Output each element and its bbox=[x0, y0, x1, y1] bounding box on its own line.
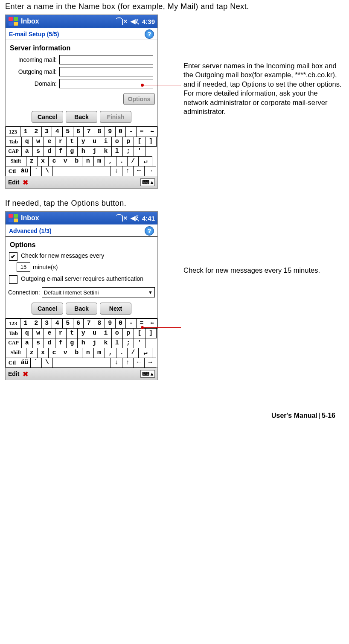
outgoing-auth-label: Outgoing e-mail server requires authenti… bbox=[21, 275, 143, 282]
outgoing-auth-checkbox[interactable] bbox=[9, 275, 17, 284]
kb-left-icon[interactable]: ← bbox=[133, 166, 145, 176]
titlebar-title: Inbox bbox=[21, 17, 116, 25]
callout-server-info: Enter server names in the Incoming mail … bbox=[183, 61, 344, 117]
check-interval-unit: minute(s) bbox=[33, 264, 58, 271]
titlebar: Inbox ⁀|× ◀ξ 4:39 bbox=[6, 15, 157, 28]
connectivity-icon[interactable]: ⁀|× bbox=[116, 17, 127, 25]
screenshot-email-setup: Inbox ⁀|× ◀ξ 4:39 E-mail Setup (5/5) ? S… bbox=[5, 15, 158, 189]
connection-select[interactable]: Default Internet Settini ▼ bbox=[42, 287, 155, 297]
cancel-button[interactable]: Cancel bbox=[32, 111, 63, 123]
kb-right-icon[interactable]: → bbox=[144, 358, 156, 368]
back-button[interactable]: Back bbox=[66, 111, 97, 123]
back-button[interactable]: Back bbox=[66, 303, 97, 315]
sip-toggle-icon[interactable]: ⌨ ▴ bbox=[140, 178, 155, 186]
kb-1[interactable]: 1 bbox=[20, 127, 31, 137]
screenshot-advanced-options: Inbox ⁀|× ◀ξ 4:41 Advanced (1/3) ? Optio… bbox=[5, 211, 158, 380]
next-button[interactable]: Next bbox=[100, 303, 131, 315]
edit-menu[interactable]: Edit bbox=[8, 370, 19, 377]
check-new-messages-checkbox[interactable]: ✔ bbox=[9, 252, 17, 261]
start-icon[interactable] bbox=[8, 17, 18, 26]
kb-tab[interactable]: Tab bbox=[6, 137, 22, 147]
kb-right-icon[interactable]: → bbox=[144, 166, 156, 176]
titlebar-title: Inbox bbox=[21, 214, 116, 222]
kb-cap[interactable]: CAP bbox=[6, 146, 22, 157]
on-screen-keyboard[interactable]: 123 1234567890-= ⬅ Tab qwertyuiop[] CAP … bbox=[6, 126, 157, 176]
kb-down-icon[interactable]: ↓ bbox=[111, 166, 122, 176]
volume-icon[interactable]: ◀ξ bbox=[131, 17, 139, 25]
finish-button[interactable]: Finish bbox=[100, 111, 131, 123]
help-icon[interactable]: ? bbox=[145, 29, 154, 39]
clock[interactable]: 4:39 bbox=[142, 18, 155, 25]
delete-icon[interactable]: ✖ bbox=[23, 370, 28, 378]
titlebar: Inbox ⁀|× ◀ξ 4:41 bbox=[6, 212, 157, 224]
help-icon[interactable]: ? bbox=[145, 226, 154, 236]
kb-up-icon[interactable]: ↑ bbox=[122, 166, 134, 176]
edit-menu[interactable]: Edit bbox=[8, 179, 19, 186]
section-title: Server information bbox=[6, 42, 157, 54]
connectivity-icon[interactable]: ⁀|× bbox=[116, 214, 127, 222]
check-new-messages-label: Check for new messages every bbox=[21, 252, 104, 259]
kb-ctl[interactable]: Ctl bbox=[6, 166, 19, 176]
screen-subheader: E-mail Setup (5/5) ? bbox=[6, 28, 157, 40]
cancel-button[interactable]: Cancel bbox=[32, 303, 63, 315]
instruction-2: If needed, tap the Options button. bbox=[5, 199, 344, 208]
bottom-toolbar: Edit ✖ ⌨ ▴ bbox=[6, 176, 157, 188]
label-outgoing: Outgoing mail: bbox=[10, 68, 57, 75]
label-domain: Domain: bbox=[10, 80, 57, 87]
kb-down-icon[interactable]: ↓ bbox=[111, 358, 122, 368]
instruction-1: Enter a name in the Name box (for exampl… bbox=[5, 2, 344, 11]
kb-enter-icon[interactable]: ↵ bbox=[138, 348, 152, 358]
kb-enter-icon[interactable]: ↵ bbox=[138, 156, 152, 166]
outgoing-mail-input[interactable] bbox=[59, 67, 153, 76]
kb-shift[interactable]: Shift bbox=[6, 156, 26, 166]
bottom-toolbar: Edit ✖ ⌨ ▴ bbox=[6, 367, 157, 380]
sip-toggle-icon[interactable]: ⌨ ▴ bbox=[140, 370, 155, 378]
kb-space[interactable] bbox=[52, 166, 111, 176]
connection-label: Connection: bbox=[8, 289, 40, 296]
check-interval-input[interactable]: 15 bbox=[17, 262, 30, 272]
kb-accent[interactable]: áü bbox=[19, 166, 31, 176]
options-button[interactable]: Options bbox=[123, 93, 155, 105]
kb-backspace-icon[interactable]: ⬅ bbox=[147, 127, 158, 137]
start-icon[interactable] bbox=[8, 213, 18, 223]
screen-subheader: Advanced (1/3) ? bbox=[6, 224, 157, 237]
callout-check-interval: Check for new messages every 15 minutes. bbox=[183, 266, 320, 275]
label-incoming: Incoming mail: bbox=[10, 56, 57, 63]
kb-123[interactable]: 123 bbox=[6, 127, 21, 137]
kb-left-icon[interactable]: ← bbox=[133, 358, 145, 368]
section-title: Options bbox=[6, 239, 157, 251]
on-screen-keyboard[interactable]: 123 1234567890-= ⬅ Tab qwertyuiop[] CAP … bbox=[6, 318, 157, 367]
clock[interactable]: 4:41 bbox=[142, 215, 155, 222]
chevron-down-icon: ▼ bbox=[148, 290, 153, 295]
volume-icon[interactable]: ◀ξ bbox=[131, 214, 139, 222]
kb-up-icon[interactable]: ↑ bbox=[122, 358, 134, 368]
incoming-mail-input[interactable] bbox=[59, 55, 153, 64]
domain-input[interactable] bbox=[59, 79, 153, 88]
delete-icon[interactable]: ✖ bbox=[23, 178, 28, 186]
kb-backspace-icon[interactable]: ⬅ bbox=[147, 318, 158, 329]
page-footer: User's Manual|5-16 bbox=[5, 390, 344, 424]
